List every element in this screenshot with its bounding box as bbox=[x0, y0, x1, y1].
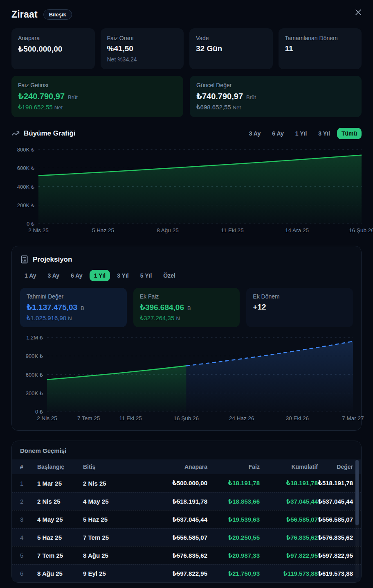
projection-chart: 1,2M ₺900K ₺600K ₺300K ₺0 ₺ 2 Nis 257 Te… bbox=[20, 333, 353, 422]
growth-chart: 800K ₺600K ₺400K ₺200K ₺0 ₺ 2 Nis 255 Ha… bbox=[11, 145, 362, 234]
growth-section-title: Büyüme Grafiği bbox=[11, 129, 76, 138]
table-cell: 8 Ağu 25 bbox=[83, 552, 138, 559]
tab-5-y-l[interactable]: 5 Yıl bbox=[136, 270, 157, 281]
x-axis-label: 2 Nis 25 bbox=[37, 415, 57, 421]
table-row[interactable]: 68 Ağu 259 Eyl 25₺597.822,95₺21.750,93₺1… bbox=[12, 564, 361, 582]
table-cell: 7 Tem 25 bbox=[37, 552, 83, 559]
y-axis-label: 400K ₺ bbox=[17, 183, 34, 190]
deposit-detail-page: Ziraat Bileşik Anapara₺500.000,00Faiz Or… bbox=[0, 0, 373, 588]
range-button-t-m[interactable]: Tümü bbox=[337, 128, 362, 139]
table-cell: ₺20.987,33 bbox=[207, 552, 260, 559]
projection-chart-plot bbox=[47, 333, 353, 412]
table-cell: ₺518.191,78 bbox=[138, 498, 207, 505]
value-unit-tag: B bbox=[81, 305, 84, 311]
table-row[interactable]: 57 Tem 258 Ağu 25₺576.835,62₺20.987,33₺9… bbox=[12, 546, 361, 564]
card-value: ₺500.000,00 bbox=[18, 44, 88, 54]
range-button-6-ay[interactable]: 6 Ay bbox=[267, 128, 288, 139]
projection-section: Projeksiyon 1 Ay3 Ay6 Ay1 Yıl3 Yıl5 YılÖ… bbox=[11, 246, 362, 431]
card-value: 11 bbox=[285, 44, 355, 53]
y-axis-label: 1,2M ₺ bbox=[26, 335, 43, 341]
column-header-anapara: Anapara bbox=[138, 464, 207, 470]
table-row[interactable]: 45 Haz 257 Tem 25₺556.585,07₺20.250,55₺7… bbox=[12, 528, 361, 546]
table-cell: 8 Ağu 25 bbox=[37, 570, 83, 577]
x-axis-label: 30 Eki 26 bbox=[286, 415, 309, 421]
table-cell: ₺556.585,07 bbox=[138, 534, 207, 541]
sub-value-unit-tag: N bbox=[68, 315, 72, 321]
y-axis-label: 800K ₺ bbox=[17, 147, 34, 153]
tab-1-ay[interactable]: 1 Ay bbox=[20, 270, 41, 281]
value-row: ₺740.790,97Brüt bbox=[196, 91, 355, 101]
card-tahmini-de-er: Tahmini Değer₺1.137.475,03B₺1.025.916,90… bbox=[20, 288, 127, 327]
table-row[interactable]: 34 May 255 Haz 25₺537.045,44₺19.539,63₺5… bbox=[12, 510, 361, 528]
projection-section-title: Projeksiyon bbox=[20, 255, 353, 264]
table-cell: 2 Nis 25 bbox=[83, 480, 138, 487]
card-sub-value-row: ₺198.652,55 Net bbox=[18, 104, 177, 111]
table-cell: ₺18.191,78 bbox=[207, 479, 260, 487]
compound-badge: Bileşik bbox=[43, 9, 72, 20]
table-cell: ₺20.250,55 bbox=[207, 534, 260, 541]
page-header: Ziraat Bileşik bbox=[11, 9, 362, 20]
tab-3-y-l[interactable]: 3 Yıl bbox=[112, 270, 133, 281]
sub-value-unit-tag: Net bbox=[233, 104, 241, 111]
history-section: Dönem Geçmişi #BaşlangıçBitişAnaparaFaiz… bbox=[11, 441, 362, 583]
card-label: Tahmini Değer bbox=[27, 293, 120, 300]
card-label: Ek Dönem bbox=[253, 293, 346, 300]
x-axis-label: 7 Tem 25 bbox=[77, 415, 100, 421]
table-cell: 1 Mar 25 bbox=[37, 480, 83, 487]
value-row: ₺1.137.475,03B bbox=[27, 303, 120, 312]
table-cell: ₺537.045,44 bbox=[318, 498, 353, 505]
card-value: 32 Gün bbox=[196, 44, 266, 53]
table-cell: ₺518.191,78 bbox=[318, 479, 353, 487]
tab-1-y-l[interactable]: 1 Yıl bbox=[90, 270, 110, 281]
tab-6-ay[interactable]: 6 Ay bbox=[66, 270, 87, 281]
page-title: Ziraat bbox=[11, 9, 38, 20]
summary-card-tamamlanan-d-nem: Tamamlanan Dönem11 bbox=[279, 28, 362, 69]
growth-chart-x-axis: 2 Nis 255 Haz 258 Ağu 2511 Eki 2514 Ara … bbox=[38, 224, 362, 234]
y-axis-label: 600K ₺ bbox=[26, 371, 43, 378]
card-subvalue: Net %34,24 bbox=[107, 56, 178, 63]
card-sub-value-row: ₺1.025.916,90 N bbox=[27, 314, 120, 322]
table-scrollbar[interactable] bbox=[355, 460, 359, 525]
projection-cards: Tahmini Değer₺1.137.475,03B₺1.025.916,90… bbox=[20, 288, 353, 327]
table-cell: ₺576.835,62 bbox=[138, 552, 207, 559]
table-cell: 4 May 25 bbox=[37, 516, 83, 523]
table-cell: 7 Tem 25 bbox=[83, 534, 138, 541]
card-sub-value: ₺327.264,35 bbox=[140, 314, 175, 321]
range-button-3-y-l[interactable]: 3 Yıl bbox=[314, 128, 335, 139]
table-cell: 9 Eyl 25 bbox=[83, 570, 138, 577]
table-cell: ₺597.822,95 bbox=[318, 552, 353, 559]
table-cell: 4 May 25 bbox=[83, 498, 138, 505]
close-button[interactable] bbox=[353, 7, 364, 19]
x-axis-label: 24 Haz 26 bbox=[229, 415, 254, 421]
table-cell: 5 Haz 25 bbox=[83, 516, 138, 523]
value-row: +12 bbox=[253, 303, 346, 312]
table-cell: ₺576.835,62 bbox=[318, 534, 353, 541]
table-row[interactable]: 22 Nis 254 May 25₺518.191,78₺18.853,66₺3… bbox=[12, 492, 361, 510]
value-row: ₺396.684,06B bbox=[140, 303, 234, 312]
value-unit-tag: Brüt bbox=[246, 94, 256, 100]
range-button-1-y-l[interactable]: 1 Yıl bbox=[291, 128, 312, 139]
range-button-3-ay[interactable]: 3 Ay bbox=[245, 128, 265, 139]
card-faiz-getirisi: Faiz Getirisi₺240.790,97Brüt₺198.652,55 … bbox=[11, 76, 183, 117]
card-label: Ek Faiz bbox=[140, 293, 234, 300]
table-cell: ₺56.585,07 bbox=[260, 516, 318, 523]
table-cell: ₺76.835,62 bbox=[260, 534, 318, 541]
card-label: Vade bbox=[196, 35, 266, 41]
card-main-value: ₺240.790,97 bbox=[18, 91, 65, 101]
table-scrollbar-track bbox=[355, 460, 359, 578]
trending-up-icon bbox=[11, 129, 20, 138]
table-cell: 2 Nis 25 bbox=[37, 498, 83, 505]
summary-card-faiz-oran: Faiz Oranı%41,50Net %34,24 bbox=[101, 28, 184, 69]
column-header-de-er: Değer bbox=[318, 464, 353, 470]
table-cell: ₺537.045,44 bbox=[138, 516, 207, 523]
table-cell: ₺19.539,63 bbox=[207, 516, 260, 523]
table-row[interactable]: 11 Mar 252 Nis 25₺500.000,00₺18.191,78₺1… bbox=[12, 474, 361, 492]
card-sub-value-row: ₺327.264,35 N bbox=[140, 314, 234, 322]
history-title: Dönem Geçmişi bbox=[12, 441, 361, 459]
card-label: Faiz Getirisi bbox=[18, 82, 177, 88]
card-sub-value: ₺198.652,55 bbox=[18, 104, 53, 111]
tab-zel[interactable]: Özel bbox=[159, 270, 180, 281]
y-axis-label: 0 ₺ bbox=[35, 409, 43, 415]
table-cell: ₺597.822,95 bbox=[138, 570, 207, 577]
tab-3-ay[interactable]: 3 Ay bbox=[43, 270, 64, 281]
